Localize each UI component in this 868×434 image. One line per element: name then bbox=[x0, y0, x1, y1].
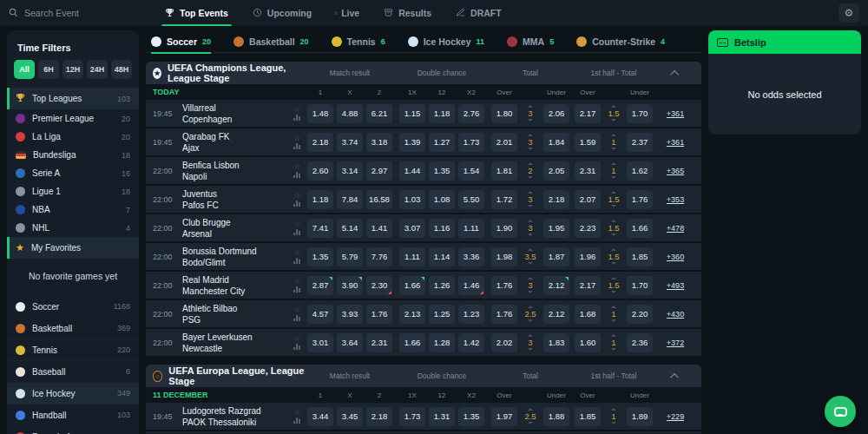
odds-chip[interactable]: 1.83 bbox=[543, 333, 569, 352]
favorite-star-icon[interactable]: ☆ bbox=[293, 278, 300, 286]
match-teams[interactable]: Bayer LeverkusenNewcastle bbox=[182, 332, 290, 354]
time-filter-48h[interactable]: 48H bbox=[111, 60, 132, 79]
stats-icon[interactable] bbox=[293, 229, 300, 235]
match-teams[interactable]: Ludogorets RazgradPAOK Thessaloniki bbox=[182, 405, 290, 428]
odds-chip[interactable]: 3.18 bbox=[366, 133, 392, 152]
odds-chip[interactable]: 2.02 bbox=[491, 333, 517, 352]
match-teams[interactable]: Club BruggeArsenal bbox=[182, 217, 290, 240]
odds-chip[interactable]: 1.35 bbox=[307, 247, 333, 266]
odds-chip[interactable]: 1.25 bbox=[429, 305, 455, 324]
odds-chip[interactable]: 1.14 bbox=[429, 247, 455, 266]
stats-icon[interactable] bbox=[293, 201, 300, 207]
odds-chip[interactable]: 1.85 bbox=[627, 247, 653, 266]
match-teams[interactable]: JuventusPafos FC bbox=[182, 188, 290, 211]
more-markets-link[interactable]: +229 bbox=[667, 412, 684, 421]
search-input[interactable]: Search Event bbox=[9, 8, 139, 19]
odds-chip[interactable]: 1.16 bbox=[429, 219, 455, 238]
league-header[interactable]: ★UEFA Champions League, League StageMatc… bbox=[146, 62, 701, 84]
odds-chip[interactable]: 7.76 bbox=[366, 247, 392, 266]
match-teams[interactable]: Real MadridManchester City bbox=[182, 274, 290, 297]
more-markets-link[interactable]: +372 bbox=[667, 339, 684, 347]
odds-chip[interactable]: 2.31 bbox=[366, 333, 392, 352]
tab-counter-strike[interactable]: Counter-Strike4 bbox=[576, 30, 665, 53]
odds-chip[interactable]: 1.85 bbox=[575, 407, 601, 426]
odds-chip[interactable]: 3.01 bbox=[307, 333, 333, 352]
odds-chip[interactable]: 2.23 bbox=[575, 219, 601, 238]
nav-item-results[interactable]: Results bbox=[384, 0, 431, 26]
odds-chip[interactable]: 5.50 bbox=[458, 190, 484, 209]
odds-chip[interactable]: 2.60 bbox=[307, 161, 333, 181]
odds-chip[interactable]: 3.45 bbox=[337, 407, 363, 426]
match-teams[interactable]: Benfica LisbonNapoli bbox=[182, 160, 290, 182]
odds-chip[interactable]: 2.17 bbox=[575, 276, 601, 295]
nav-item-top-events[interactable]: Top Events bbox=[165, 0, 228, 26]
sidebar-item-basketball[interactable]: Basketball369 bbox=[7, 317, 139, 339]
sidebar-item-la-liga[interactable]: La Liga20 bbox=[7, 128, 139, 146]
odds-chip[interactable]: 2.12 bbox=[543, 276, 569, 295]
favorite-star-icon[interactable]: ☆ bbox=[293, 335, 300, 343]
odds-chip[interactable]: 1.28 bbox=[429, 333, 455, 352]
odds-chip[interactable]: 2.12 bbox=[543, 305, 569, 324]
odds-chip[interactable]: 1.81 bbox=[491, 161, 517, 181]
league-header[interactable]: ○UEFA Europa League, League StageMatch r… bbox=[146, 365, 701, 387]
time-filter-6h[interactable]: 6H bbox=[38, 60, 59, 79]
odds-chip[interactable]: 3.64 bbox=[337, 333, 363, 352]
odds-chip[interactable]: 3.07 bbox=[399, 219, 425, 238]
odds-chip[interactable]: 1.84 bbox=[543, 133, 569, 152]
tab-ice-hockey[interactable]: Ice Hockey11 bbox=[408, 30, 484, 53]
odds-chip[interactable]: 2.05 bbox=[543, 161, 569, 181]
stats-icon[interactable] bbox=[293, 143, 300, 149]
odds-chip[interactable]: 1.44 bbox=[399, 161, 425, 181]
odds-chip[interactable]: 7.84 bbox=[337, 190, 363, 209]
sidebar-item-serie-a[interactable]: Serie A16 bbox=[7, 164, 139, 182]
tab-tennis[interactable]: Tennis6 bbox=[332, 30, 385, 53]
odds-chip[interactable]: 1.27 bbox=[429, 133, 455, 152]
odds-chip[interactable]: 1.87 bbox=[543, 247, 569, 266]
odds-chip[interactable]: 1.23 bbox=[458, 305, 484, 324]
odds-chip[interactable]: 3.93 bbox=[337, 305, 363, 324]
odds-chip[interactable]: 1.76 bbox=[627, 190, 653, 209]
favorite-star-icon[interactable]: ☆ bbox=[293, 249, 300, 257]
odds-chip[interactable]: 1.76 bbox=[491, 276, 517, 295]
odds-chip[interactable]: 1.76 bbox=[491, 305, 517, 324]
stats-icon[interactable] bbox=[293, 286, 300, 293]
odds-chip[interactable]: 2.30 bbox=[366, 276, 392, 295]
nav-item-draft[interactable]: DRAFT bbox=[456, 0, 502, 26]
odds-chip[interactable]: 1.39 bbox=[399, 133, 425, 152]
odds-chip[interactable]: 2.97 bbox=[366, 161, 392, 181]
odds-chip[interactable]: 2.37 bbox=[627, 133, 653, 152]
more-markets-link[interactable]: +493 bbox=[667, 281, 684, 290]
odds-chip[interactable]: 1.59 bbox=[575, 133, 601, 152]
odds-chip[interactable]: 3.14 bbox=[337, 161, 363, 181]
favorite-star-icon[interactable]: ☆ bbox=[293, 192, 300, 200]
odds-chip[interactable]: 2.06 bbox=[543, 104, 569, 123]
favorite-star-icon[interactable]: ☆ bbox=[293, 306, 300, 314]
more-markets-link[interactable]: +360 bbox=[667, 253, 684, 261]
odds-chip[interactable]: 4.57 bbox=[307, 305, 333, 324]
odds-chip[interactable]: 1.70 bbox=[627, 104, 653, 123]
odds-chip[interactable]: 1.18 bbox=[429, 104, 455, 123]
odds-chip[interactable]: 1.88 bbox=[543, 407, 569, 426]
stats-icon[interactable] bbox=[293, 315, 300, 321]
odds-chip[interactable]: 1.70 bbox=[627, 276, 653, 295]
more-markets-link[interactable]: +365 bbox=[667, 167, 684, 175]
odds-chip[interactable]: 2.18 bbox=[366, 407, 392, 426]
odds-chip[interactable]: 3.74 bbox=[337, 133, 363, 152]
more-markets-link[interactable]: +478 bbox=[667, 224, 684, 233]
odds-chip[interactable]: 4.88 bbox=[337, 104, 363, 123]
tab-mma[interactable]: MMA5 bbox=[507, 30, 554, 53]
odds-chip[interactable]: 2.20 bbox=[627, 305, 653, 324]
odds-chip[interactable]: 6.21 bbox=[366, 104, 392, 123]
favorite-star-icon[interactable]: ☆ bbox=[293, 135, 300, 142]
sidebar-item-ligue-1[interactable]: Ligue 118 bbox=[7, 182, 139, 201]
odds-chip[interactable]: 2.18 bbox=[307, 133, 333, 152]
more-markets-link[interactable]: +361 bbox=[667, 109, 684, 118]
odds-chip[interactable]: 2.17 bbox=[575, 104, 601, 123]
sidebar-item-baseball[interactable]: Baseball6 bbox=[7, 360, 139, 382]
odds-chip[interactable]: 1.72 bbox=[491, 190, 517, 209]
odds-chip[interactable]: 1.35 bbox=[429, 161, 455, 181]
odds-chip[interactable]: 2.76 bbox=[458, 104, 484, 123]
odds-chip[interactable]: 1.76 bbox=[366, 305, 392, 324]
odds-chip[interactable]: 16.58 bbox=[366, 190, 392, 209]
stats-icon[interactable] bbox=[293, 344, 300, 350]
